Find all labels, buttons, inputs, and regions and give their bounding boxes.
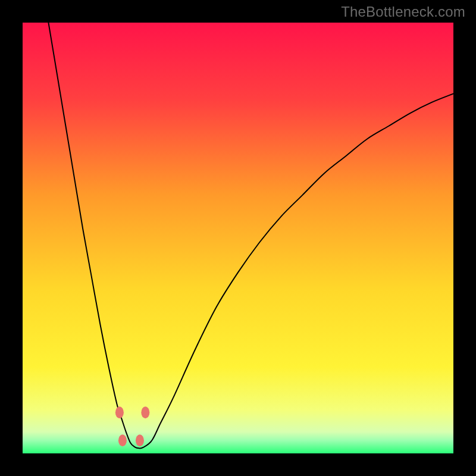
curve-marker	[141, 406, 149, 418]
curve-marker	[115, 406, 124, 418]
watermark-text: TheBottleneck.com	[341, 4, 465, 20]
plot-area	[23, 23, 453, 453]
series-path	[48, 23, 453, 448]
bottleneck-curve	[23, 23, 453, 453]
chart-frame: TheBottleneck.com	[0, 0, 476, 476]
curve-marker	[118, 434, 127, 446]
curve-marker	[136, 434, 144, 446]
